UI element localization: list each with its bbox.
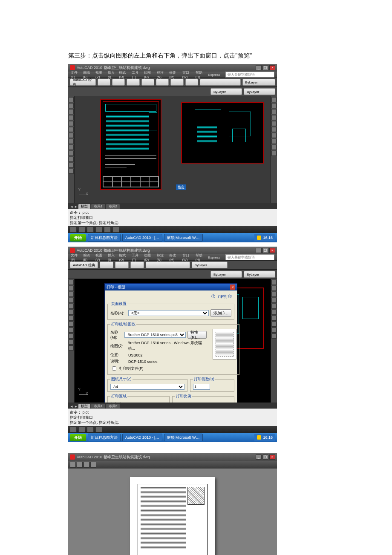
layer-dropdown[interactable] bbox=[200, 79, 241, 86]
model-space-canvas-2[interactable]: 打印 - 模型 × ① 了解打印 页面设置 名称(A): <无> 添加(.)… bbox=[75, 279, 271, 403]
printer-props-button[interactable]: 特性(R)… bbox=[187, 331, 206, 339]
taskbar-item-1[interactable]: 新日程总图方法 bbox=[88, 234, 121, 242]
plotter-value: Brother DCP-1510 series - Windows 系统驱动… bbox=[128, 340, 207, 351]
tool-open-icon[interactable] bbox=[112, 79, 125, 86]
color-bylayer-dropdown[interactable]: ByLayer bbox=[242, 79, 275, 86]
tool-hatch-icon[interactable] bbox=[69, 127, 74, 132]
tool-circle-icon[interactable] bbox=[69, 109, 74, 114]
pagesetup-name-label: 名称(A): bbox=[110, 311, 127, 316]
menu-tools[interactable]: 工具(T) bbox=[132, 70, 141, 79]
pagesetup-name-dropdown[interactable]: <无> bbox=[128, 310, 209, 316]
windows-taskbar: 开始 新日程总图方法 AutoCAD 2010 - [… 解锁 Microsof… bbox=[68, 233, 277, 242]
app-title-2: AutoCAD 2010 都峰卫生纸站构筑建筑.dwg bbox=[77, 248, 150, 253]
search-input[interactable] bbox=[225, 72, 274, 78]
model-space-canvas[interactable]: 指定 Y X bbox=[75, 96, 271, 203]
tab-layout2[interactable]: 布局2 bbox=[106, 204, 120, 209]
status-polar-icon[interactable] bbox=[95, 227, 102, 233]
menu-modify[interactable]: 修改(M) bbox=[169, 70, 179, 79]
plot-to-file-checkbox[interactable] bbox=[112, 366, 116, 371]
tool-explode-icon[interactable] bbox=[271, 133, 277, 138]
tool-rect-icon[interactable] bbox=[69, 121, 74, 126]
copies-input[interactable] bbox=[193, 384, 210, 390]
tool-line-icon[interactable] bbox=[69, 97, 74, 102]
tab-layout1[interactable]: 布局1 bbox=[91, 204, 105, 209]
tool-pline-icon[interactable] bbox=[69, 103, 74, 108]
tool-dim-icon[interactable] bbox=[69, 139, 74, 144]
taskbar-item-3[interactable]: 解锁 Microsoft W… bbox=[164, 234, 203, 242]
preview-zoom-icon[interactable] bbox=[84, 462, 89, 468]
menu-express[interactable]: Express bbox=[208, 73, 220, 77]
tool-print-icon[interactable] bbox=[141, 79, 154, 86]
search-input-2[interactable] bbox=[225, 254, 274, 260]
max-button[interactable]: ▢ bbox=[262, 65, 268, 70]
status-ortho-icon[interactable] bbox=[87, 227, 94, 233]
menu-view[interactable]: 视图(V) bbox=[95, 70, 105, 79]
tool-copy-icon[interactable] bbox=[170, 79, 183, 86]
drawing-area[interactable]: 指定 Y X bbox=[68, 96, 277, 203]
paper-size-dropdown[interactable]: A4 bbox=[110, 384, 184, 390]
left-toolbar-2 bbox=[68, 279, 75, 403]
tool-offset-icon[interactable] bbox=[69, 163, 74, 168]
workspace-dropdown[interactable]: AutoCAD 经典 bbox=[70, 79, 96, 86]
learn-about-plotting-link[interactable]: ① 了解打印 bbox=[211, 294, 232, 299]
tool-props-icon[interactable] bbox=[271, 145, 277, 150]
start-button[interactable]: 开始 bbox=[70, 234, 86, 242]
preview-close-icon[interactable] bbox=[90, 462, 96, 468]
tool-arc-icon[interactable] bbox=[69, 115, 74, 120]
close-button-2[interactable]: × bbox=[269, 248, 275, 253]
min-button-2[interactable]: _ bbox=[256, 248, 262, 253]
drawing-area-2[interactable]: 打印 - 模型 × ① 了解打印 页面设置 名称(A): <无> 添加(.)… bbox=[68, 279, 277, 403]
tool-text-icon[interactable] bbox=[69, 133, 74, 138]
cmd-line-1: 命令： plot bbox=[70, 210, 275, 215]
dialog-close-icon[interactable]: × bbox=[230, 285, 235, 290]
plot-area-group: 打印区域 打印范围(W): 窗口 窗口(O)< bbox=[107, 394, 170, 403]
menu-window[interactable]: 窗口(W) bbox=[182, 70, 193, 79]
taskbar-item-2[interactable]: AutoCAD 2010 - [… bbox=[122, 234, 162, 242]
command-line-2[interactable]: 命令： plot 指定打印窗口 指定第一个角点: 指定对角点: bbox=[68, 408, 277, 426]
tab-model[interactable]: 模型 bbox=[78, 204, 90, 209]
system-tray[interactable]: 16:16 bbox=[254, 234, 275, 241]
status-otrack-icon[interactable] bbox=[112, 227, 119, 233]
tooltip-badge: 指定 bbox=[176, 184, 186, 190]
tool-measure-icon[interactable] bbox=[271, 151, 277, 156]
preview-canvas[interactable] bbox=[68, 469, 277, 555]
status-grid-icon[interactable] bbox=[78, 227, 85, 233]
cmd-line-2: 指定打印窗口 bbox=[70, 215, 275, 220]
menu-help[interactable]: 帮助(H) bbox=[196, 70, 206, 79]
min-button[interactable]: _ bbox=[256, 65, 262, 70]
tool-stretch-icon[interactable] bbox=[271, 121, 277, 126]
tool-trim-icon[interactable] bbox=[69, 169, 74, 174]
tool-rotate-icon[interactable] bbox=[69, 157, 74, 162]
pagesetup-add-button[interactable]: 添加(.)… bbox=[210, 309, 232, 317]
right-toolbar-2 bbox=[271, 279, 277, 403]
menu-dim[interactable]: 标注(N) bbox=[157, 70, 167, 79]
tool-paste-icon[interactable] bbox=[185, 79, 198, 86]
tool-new-icon[interactable] bbox=[98, 79, 110, 86]
close-button[interactable]: × bbox=[269, 65, 275, 70]
tool-move-icon[interactable] bbox=[69, 145, 74, 150]
menu-draw[interactable]: 绘图(D) bbox=[144, 70, 154, 79]
tool-array-icon[interactable] bbox=[271, 109, 277, 114]
menu-insert[interactable]: 插入(I) bbox=[108, 70, 116, 79]
tray-icon[interactable] bbox=[257, 236, 261, 240]
max-button-2[interactable]: ▢ bbox=[262, 248, 268, 253]
tool-save-icon[interactable] bbox=[127, 79, 139, 86]
tool-scale-icon[interactable] bbox=[271, 115, 277, 120]
tool-erase-icon[interactable] bbox=[271, 97, 277, 102]
tool-mirror-icon[interactable] bbox=[271, 103, 277, 108]
app-logo-icon-2 bbox=[70, 248, 75, 253]
menu-format[interactable]: 格式(O) bbox=[119, 70, 129, 79]
status-snap-icon[interactable] bbox=[70, 227, 77, 233]
printer-name-dropdown[interactable]: Brother DCP-1510 series pc3 bbox=[124, 332, 186, 338]
tray-icon-2[interactable] bbox=[257, 435, 261, 440]
lineweight-dropdown[interactable]: ByLayer bbox=[244, 88, 275, 95]
status-osnap-icon[interactable] bbox=[104, 227, 111, 233]
tool-cut-icon[interactable] bbox=[156, 79, 169, 86]
preview-pan-icon[interactable] bbox=[77, 462, 83, 468]
linetype-dropdown[interactable]: ByLayer bbox=[210, 88, 242, 95]
tool-fillet-icon[interactable] bbox=[271, 127, 277, 132]
command-line[interactable]: 命令： plot 指定打印窗口 指定第一个角点: 指定对角点: bbox=[68, 209, 277, 226]
tool-copy2-icon[interactable] bbox=[69, 151, 74, 156]
tool-block-icon[interactable] bbox=[271, 139, 277, 144]
preview-print-icon[interactable] bbox=[70, 462, 76, 468]
